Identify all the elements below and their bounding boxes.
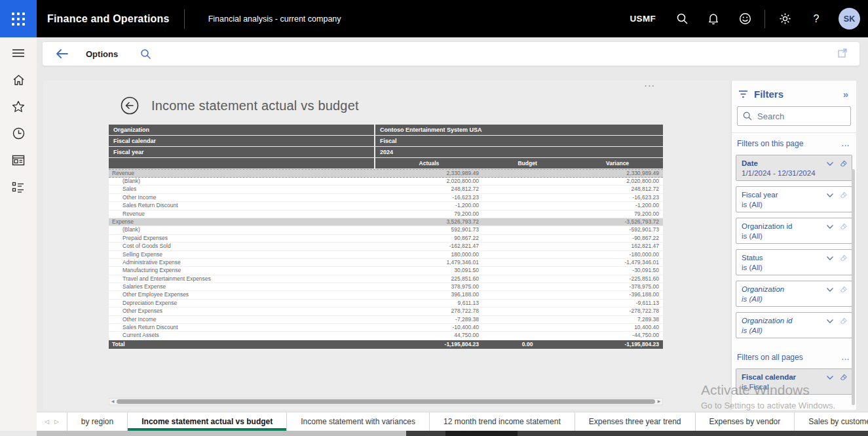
filter-condition: is (All) <box>742 231 846 241</box>
matrix-row[interactable]: Salaries Expense378,975.00-378,975.00 <box>109 283 663 291</box>
scrollbar-thumb-dark[interactable] <box>445 431 518 436</box>
eraser-icon[interactable] <box>839 254 848 262</box>
matrix-row[interactable]: Sales Return Discount-10,400.4010,400.40 <box>109 324 663 332</box>
matrix-row[interactable]: (Blank)592,901.73-592,901.73 <box>109 226 663 234</box>
settings-gear-icon[interactable] <box>769 12 801 25</box>
recent-clock-icon[interactable] <box>0 120 37 147</box>
filter-card-date[interactable]: Date1/1/2024 - 12/31/2024 <box>736 155 852 181</box>
row-label: Salaries Expense <box>109 283 375 290</box>
eraser-icon[interactable] <box>839 159 848 168</box>
workspaces-icon[interactable] <box>0 147 37 174</box>
user-avatar[interactable]: SK <box>839 8 860 30</box>
tab-scroll-left-icon[interactable]: ◁ <box>45 418 49 425</box>
options-menu[interactable]: Options <box>86 49 118 59</box>
row-label: Manufacturing Expense <box>109 267 375 274</box>
report-page-tab-12-month-trend-income-statement[interactable]: 12 month trend income statement <box>430 412 575 431</box>
chevron-down-icon[interactable] <box>826 161 834 167</box>
app-launcher-button[interactable] <box>0 0 37 37</box>
help-button[interactable]: ? <box>801 13 832 25</box>
report-page-tab-income-statement-actual-vs-budget[interactable]: Income statement actual vs budget <box>128 412 287 431</box>
section-more-options-ellipsis[interactable]: ... <box>842 140 850 148</box>
matrix-row[interactable]: Revenue79,200.0079,200.00 <box>109 210 663 218</box>
chevron-down-icon[interactable] <box>826 287 834 292</box>
filter-pane-scrollbar[interactable] <box>852 169 855 405</box>
total-label: Total <box>109 340 375 349</box>
filter-card-fiscal-year[interactable]: Fiscal yearis (All) <box>736 186 852 212</box>
variance-value: -180,000.00 <box>572 251 663 258</box>
back-arrow-icon[interactable] <box>56 49 69 59</box>
favorites-star-icon[interactable] <box>0 93 37 120</box>
report-page-tab-expenses-three-year-trend[interactable]: Expenses three year trend <box>575 412 696 431</box>
variance-value: -44,750.00 <box>572 332 663 339</box>
matrix-row[interactable]: Administrative Expense1,479,346.01-1,479… <box>109 259 663 267</box>
report-page-tab-sales-by-customer[interactable]: Sales by customer <box>795 412 868 431</box>
matrix-row[interactable]: Other Employee Expenses396,188.00-396,18… <box>109 291 663 299</box>
matrix-row[interactable]: Manufacturing Expense30,091.50-30,091.50 <box>109 267 663 275</box>
chevron-down-icon[interactable] <box>826 319 834 324</box>
filter-card-status[interactable]: Statusis (All) <box>736 249 852 275</box>
eraser-icon[interactable] <box>839 222 848 231</box>
filter-search-input[interactable] <box>757 111 836 121</box>
matrix-row[interactable]: Cost of Goods Sold-162,821.47162,821.47 <box>109 243 663 250</box>
matrix-row[interactable]: Other Income-16,623.23-16,623.23 <box>109 194 663 202</box>
eraser-icon[interactable] <box>839 317 848 325</box>
filter-card-organization-id[interactable]: Organization idis (All) <box>736 312 852 338</box>
section-more-options-ellipsis[interactable]: ... <box>842 353 850 361</box>
matrix-row[interactable]: Sales248,812.72248,812.72 <box>109 186 663 193</box>
budget-value <box>483 307 572 315</box>
scroll-left-arrow-icon[interactable]: ◀ <box>109 399 116 405</box>
modules-list-icon[interactable] <box>0 174 37 201</box>
expand-menu-hamburger-icon[interactable] <box>0 39 37 66</box>
matrix-group-row[interactable]: Revenue2,330,989.492,330,989.49 <box>109 169 663 178</box>
chevron-down-icon[interactable] <box>826 256 834 261</box>
report-back-button[interactable] <box>120 96 140 115</box>
action-search-icon[interactable] <box>140 49 151 60</box>
matrix-row[interactable]: Selling Expense180,000.00-180,000.00 <box>109 251 663 259</box>
report-page-tab-by-region[interactable]: by region <box>67 412 128 431</box>
info-label: Fiscal year <box>109 147 375 158</box>
collapse-pane-chevron-icon[interactable]: » <box>843 89 850 100</box>
topbar-divider <box>184 9 185 29</box>
matrix-row[interactable]: Other Income-7,289.387,289.38 <box>109 316 663 324</box>
filter-search-box[interactable] <box>737 106 851 126</box>
company-picker[interactable]: USMF <box>620 14 666 24</box>
filter-card-fiscal-calendar[interactable]: Fiscal calendaris Fiscal <box>736 368 852 395</box>
chevron-down-icon[interactable] <box>826 193 834 198</box>
matrix-column-headers: ActualsBudgetVariance <box>109 158 663 169</box>
chevron-down-icon[interactable] <box>826 224 834 229</box>
matrix-row[interactable]: Travel and Entertainment Expenses225,851… <box>109 275 663 283</box>
actuals-value: 592,901.73 <box>375 226 483 233</box>
row-label: Administrative Expense <box>109 259 375 266</box>
tab-scroll-right-icon[interactable]: ▷ <box>54 418 59 425</box>
feedback-smiley-icon[interactable] <box>729 12 761 25</box>
report-page-tab-expenses-by-vendor[interactable]: Expenses by vendor <box>696 412 795 431</box>
home-icon[interactable] <box>0 66 37 93</box>
filter-card-organization[interactable]: Organizationis (All) <box>736 281 852 307</box>
report-more-options-ellipsis[interactable]: ··· <box>645 82 656 90</box>
search-icon[interactable] <box>666 12 698 25</box>
filter-card-organization-id[interactable]: Organization idis (All) <box>736 218 852 244</box>
matrix-info-row: Fiscal calendarFiscal <box>109 136 663 147</box>
matrix-row[interactable]: (Blank)2,020,800.002,020,800.00 <box>109 178 663 186</box>
eraser-icon[interactable] <box>839 285 848 294</box>
eraser-icon[interactable] <box>839 373 848 382</box>
matrix-group-row[interactable]: Expense3,526,793.72-3,526,793.72 <box>109 218 663 226</box>
scroll-right-arrow-icon[interactable]: ▶ <box>656 399 662 405</box>
budget-value <box>483 178 572 185</box>
chevron-down-icon[interactable] <box>826 375 834 380</box>
variance-value: -90,867.22 <box>572 235 663 242</box>
report-horizontal-scrollbar[interactable]: ◀ ▶ <box>109 398 663 405</box>
matrix-row[interactable]: Prepaid Expenses90,867.22-90,867.22 <box>109 235 663 243</box>
open-in-new-window-icon[interactable] <box>837 48 848 61</box>
report-page-tab-income-statement-with-variances[interactable]: Income statement with variances <box>287 412 430 431</box>
window-horizontal-scrollbar[interactable] <box>37 431 868 436</box>
matrix-row[interactable]: Depreciation Expense9,611.13-9,611.13 <box>109 300 663 307</box>
scrollbar-thumb[interactable] <box>117 399 655 404</box>
eraser-icon[interactable] <box>839 191 848 199</box>
notifications-bell-icon[interactable] <box>698 12 729 25</box>
variance-value: 2,020,800.00 <box>572 178 663 185</box>
income-statement-matrix: OrganizationContoso Entertainment System… <box>109 125 663 349</box>
matrix-row[interactable]: Current Assets44,750.00-44,750.00 <box>109 332 663 340</box>
matrix-row[interactable]: Other Expenses278,722.78-278,722.78 <box>109 307 663 315</box>
matrix-row[interactable]: Sales Return Discount-1,200.00-1,200.00 <box>109 202 663 210</box>
